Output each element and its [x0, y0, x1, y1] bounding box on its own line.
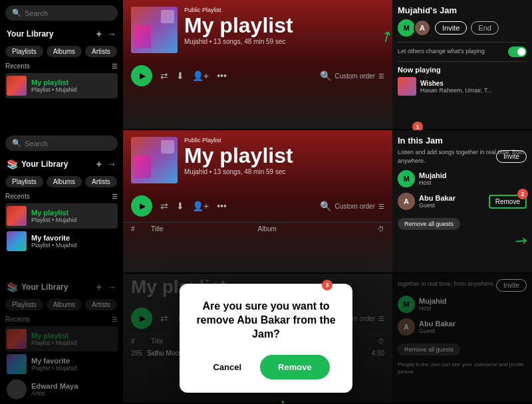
divider-2 [398, 61, 527, 62]
playlist-item-2a[interactable]: My playlist Playlist • Mujahid [5, 203, 118, 229]
avatar-guest-2: A [398, 193, 415, 210]
add-icon-2[interactable]: + [96, 159, 102, 169]
recents-bar-2: Recents ☰ [5, 193, 118, 200]
modal-cancel-button[interactable]: Cancel [202, 355, 252, 379]
more-icon-2[interactable]: ••• [217, 201, 227, 211]
filter-artists-2[interactable]: Artists [85, 176, 117, 187]
chevron-icon-1: ☰ [378, 72, 384, 80]
add-user-icon-1[interactable]: 👤+ [192, 70, 209, 81]
search-icon-2: 🔍 [12, 139, 21, 148]
now-playing-label-1: Now playing [398, 66, 527, 74]
right-panel-1: Mujahid's Jam M A Invite End 1 Let other… [392, 0, 532, 129]
filter-artists-1[interactable]: Artists [85, 46, 117, 57]
member-role-guest-2: Guest [419, 202, 485, 209]
playlist-header-1: Public Playlist My playlist Mujahid • 13… [123, 0, 392, 60]
search-bar-1[interactable]: 🔍 [5, 5, 118, 21]
playlist-info-2b: My favorite Playlist • Mujahid [31, 234, 116, 249]
th-num: # [131, 225, 144, 233]
green-arrow-2: ↗ [511, 230, 531, 251]
search-input-2[interactable] [25, 140, 111, 148]
annotation-3: 3 [322, 280, 332, 290]
playlist-header-2: Public Playlist My playlist Mujahid • 13… [123, 130, 392, 190]
modal-title: Are you sure you want to remove Abu Baka… [193, 300, 339, 341]
playlist-name-1: My playlist [31, 78, 116, 86]
modal-remove-button[interactable]: Remove [260, 355, 330, 379]
sort-icon-2[interactable]: ☰ [112, 193, 118, 200]
in-jam-title-2: In this Jam [398, 136, 527, 146]
th-album: Album [258, 225, 358, 233]
play-button-2[interactable] [131, 195, 152, 217]
filter-tabs-1: Playlists Albums Artists [5, 46, 118, 57]
add-icon-1[interactable]: + [96, 29, 102, 39]
arrow-icon-2[interactable]: → [107, 159, 116, 169]
playlist-info-1: My playlist Playlist • Mujahid [31, 78, 116, 93]
playlist-item-2b[interactable]: My favorite Playlist • Mujahid [5, 229, 118, 254]
more-icon-1[interactable]: ••• [217, 70, 227, 81]
member-info-host-2: Mujahid Host [419, 171, 527, 186]
member-row-host-2: M Mujahid Host [398, 170, 527, 187]
let-others-row-1: Let others change what's playing [398, 47, 527, 57]
filter-albums-1[interactable]: Albums [47, 46, 82, 57]
toggle-1[interactable] [508, 47, 527, 57]
np-artist-1: Hasan Raheem, Umair, T... [420, 87, 527, 94]
search-icon-controls-1[interactable]: 🔍 [320, 70, 331, 81]
main-content-1: Public Playlist My playlist Mujahid • 13… [123, 0, 392, 129]
recents-bar-1: Recents ☰ [5, 62, 118, 70]
invite-button-1[interactable]: Invite [435, 21, 467, 35]
play-button-1[interactable] [131, 65, 152, 86]
sort-icon-1[interactable]: ☰ [112, 62, 118, 70]
let-others-text-1: Let others change what's playing [398, 48, 504, 56]
member-info-guest-2: Abu Bakar Guest [419, 194, 485, 209]
filter-albums-2[interactable]: Albums [47, 176, 82, 187]
library-header-1: Your Library + → [5, 26, 118, 42]
filter-playlists-2[interactable]: Playlists [5, 176, 43, 187]
shuffle-icon-1[interactable]: ⇄ [160, 70, 168, 81]
custom-order-1[interactable]: 🔍 Custom order ☰ [320, 70, 384, 81]
filter-playlists-1[interactable]: Playlists [5, 46, 43, 57]
sidebar-1: 🔍 Your Library + → Playlists Albums Arti… [0, 0, 123, 129]
avatar-m-1: M [398, 19, 415, 37]
playlist-name-2a: My playlist [31, 209, 116, 217]
th-title: Title [151, 225, 251, 233]
modal-box: 3 Are you sure you want to remove Abu Ba… [180, 284, 352, 392]
download-icon-1[interactable]: ⬇ [176, 70, 184, 81]
end-button-1[interactable]: End [471, 21, 499, 35]
public-label-2: Public Playlist [184, 137, 384, 144]
search-input-1[interactable] [25, 9, 111, 17]
custom-order-2[interactable]: 🔍 Custom order ☰ [320, 201, 384, 211]
search-icon-1: 🔍 [12, 9, 21, 17]
playlist-thumb-2b [7, 231, 27, 251]
controls-bar-1: ⇄ ⬇ 👤+ ••• 🔍 Custom order ☰ [123, 60, 392, 92]
invite-button-2[interactable]: Invite [496, 150, 527, 163]
main-title-2: My playlist [184, 145, 384, 166]
remove-all-button-2[interactable]: Remove all guests [398, 218, 460, 230]
playlist-text-2: Public Playlist My playlist Mujahid • 13… [184, 137, 384, 175]
jam-title-1: Mujahid's Jam [398, 5, 527, 15]
modal-overlay: 3 Are you sure you want to remove Abu Ba… [0, 274, 532, 403]
library-label-1: Your Library [7, 29, 53, 39]
search-bar-2[interactable]: 🔍 [5, 136, 118, 151]
playlist-thumb-1 [7, 76, 27, 96]
add-user-icon-2[interactable]: 👤+ [192, 201, 209, 211]
download-icon-2[interactable]: ⬇ [176, 201, 184, 211]
playlist-name-2b: My favorite [31, 234, 116, 242]
playlist-cover-1 [131, 7, 178, 53]
playlist-text-1: Public Playlist My playlist Mujahid • 13… [184, 7, 384, 45]
main-content-2: Public Playlist My playlist Mujahid • 13… [123, 130, 392, 272]
green-arrow-modal: ↑ [279, 396, 286, 404]
np-thumb-1 [398, 77, 416, 96]
playlist-thumb-2a [7, 206, 27, 226]
divider-1 [398, 42, 527, 43]
member-name-guest-2: Abu Bakar [419, 194, 485, 202]
now-playing-row-1: Wishes Hasan Raheem, Umair, T... [398, 77, 527, 96]
shuffle-icon-2[interactable]: ⇄ [160, 201, 168, 211]
panel-2: 🔍 📚 Your Library + → Playlists Albums Ar… [0, 130, 532, 274]
right-panel-2: In this Jam Listen and add songs togethe… [392, 130, 532, 272]
playlist-info-2a: My playlist Playlist • Mujahid [31, 209, 116, 223]
search-icon-controls-2[interactable]: 🔍 [320, 201, 331, 211]
playlist-item-1[interactable]: My playlist Playlist • Mujahid [5, 73, 118, 98]
playlist-meta-2a: Playlist • Mujahid [31, 217, 116, 223]
avatar-a-1: A [414, 19, 431, 37]
arrow-icon-1[interactable]: → [107, 29, 116, 39]
member-role-host-2: Host [419, 179, 527, 186]
